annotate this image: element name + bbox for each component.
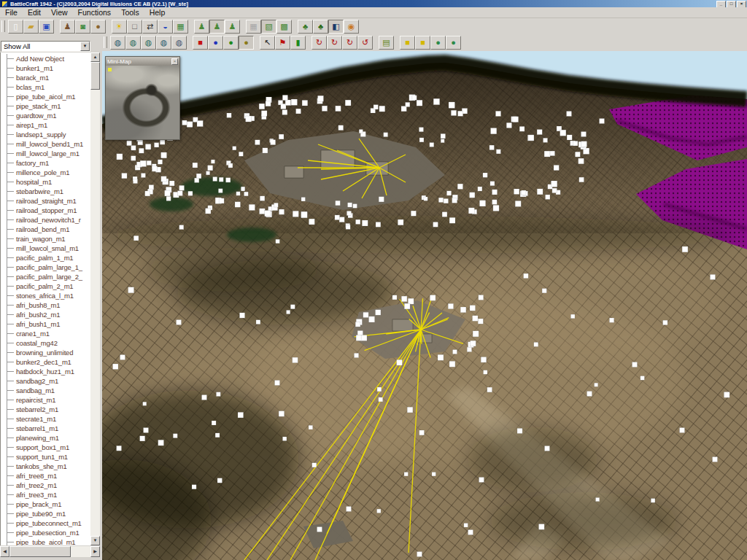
object-list-item[interactable]: pacific_palm_large_2_: [7, 272, 91, 281]
object-list-item[interactable]: pipe_tube90_m1: [7, 509, 91, 518]
player-spawn-2-button[interactable]: ♟: [209, 20, 225, 34]
player-spawn-1-button[interactable]: ♟: [194, 20, 209, 34]
3d-viewport[interactable]: [102, 51, 747, 560]
camera-view-1-button[interactable]: ◍: [110, 36, 125, 50]
minimap-canvas[interactable]: [106, 66, 179, 139]
scroll-up-icon[interactable]: ▲: [90, 52, 100, 62]
flag-red-button[interactable]: ⚑: [275, 36, 290, 50]
object-list-item[interactable]: tankobs_she_m1: [7, 462, 91, 471]
object-list-item[interactable]: browning_unlimited: [7, 348, 91, 357]
rotate-free-button[interactable]: ↺: [357, 36, 373, 50]
object-list-item[interactable]: repaircist_m1: [7, 395, 91, 405]
lock-green-2-button[interactable]: ●: [446, 36, 461, 50]
figure-brown-button[interactable]: ♟: [60, 20, 75, 34]
object-list-item[interactable]: pipe_tubesection_m1: [7, 528, 91, 537]
object-list-item[interactable]: barack_m1: [7, 73, 91, 82]
camera-view-4-button[interactable]: ◍: [156, 36, 171, 50]
camera-view-3-button[interactable]: ◍: [141, 36, 156, 50]
object-list-item[interactable]: pipe_tube_aicol_m1: [7, 537, 91, 545]
object-list-item[interactable]: millence_pole_m1: [7, 168, 91, 177]
bag-brown-button[interactable]: ●: [90, 20, 106, 34]
grid-diagonal-button[interactable]: ▧: [261, 20, 276, 34]
fire-orange-button[interactable]: ◉: [344, 20, 359, 34]
object-list-item[interactable]: planewing_m1: [7, 433, 91, 443]
sun-light-button[interactable]: ☀: [112, 20, 127, 34]
player-spawn-3-button[interactable]: ♟: [225, 20, 240, 34]
scroll-down-icon[interactable]: ▼: [90, 536, 100, 545]
frame-select-button[interactable]: □: [127, 20, 142, 34]
object-list-item[interactable]: pacific_palm_large_1_: [7, 262, 91, 272]
object-list-item[interactable]: mill_lowcol_large_m1: [7, 149, 91, 158]
toolbar-grip-icon[interactable]: [104, 36, 107, 48]
object-list-item[interactable]: afri_bush1_m1: [7, 319, 91, 329]
vscroll-thumb[interactable]: [90, 62, 100, 90]
object-list-item[interactable]: afri_tree2_m1: [7, 481, 91, 490]
object-list-item[interactable]: stones_africa_l_m1: [7, 291, 91, 300]
object-list-hscrollbar[interactable]: ◀ ▶: [0, 546, 100, 557]
object-list-item[interactable]: afri_bush8_m1: [7, 300, 91, 310]
grid-table-button[interactable]: ▦: [173, 20, 188, 34]
object-list-item[interactable]: stebarbwire_m1: [7, 187, 91, 196]
object-list-item[interactable]: guardtow_m1: [7, 111, 91, 120]
scroll-right-icon[interactable]: ▶: [90, 546, 100, 557]
lock-yellow-2-button[interactable]: ■: [415, 36, 430, 50]
object-list-item[interactable]: hospital_m1: [7, 177, 91, 187]
move-arrows-button[interactable]: ⇄: [142, 20, 158, 34]
lock-green-1-button[interactable]: ●: [430, 36, 446, 50]
object-filter-combobox[interactable]: Show All ▼: [1, 41, 90, 52]
night-mode-button[interactable]: ◧: [328, 20, 344, 34]
minimap-titlebar[interactable]: Mini-Map ▫: [106, 57, 179, 66]
menu-functions[interactable]: Functions: [73, 8, 117, 17]
rotate-z-button[interactable]: ↻: [342, 36, 357, 50]
scroll-left-icon[interactable]: ◀: [0, 546, 9, 557]
menu-tools[interactable]: Tools: [116, 8, 144, 17]
new-file-button[interactable]: ▯: [8, 20, 23, 34]
object-list-item[interactable]: sandbag2_m1: [7, 376, 91, 386]
grid-green-button[interactable]: ▩: [276, 20, 292, 34]
menu-help[interactable]: Help: [144, 8, 171, 17]
water-dome-button[interactable]: ◒: [158, 20, 173, 34]
object-list-item[interactable]: pipe_brack_m1: [7, 499, 91, 509]
save-floppy-button[interactable]: ▣: [39, 20, 54, 34]
camera-view-5-button[interactable]: ◍: [171, 36, 187, 50]
object-list-item[interactable]: crane1_m1: [7, 329, 91, 338]
object-list-item[interactable]: airep1_m1: [7, 120, 91, 130]
object-list-item[interactable]: train_wagon_m1: [7, 234, 91, 244]
minimap-restore-icon[interactable]: ▫: [171, 58, 178, 65]
open-folder-button[interactable]: ▰: [23, 20, 39, 34]
object-green-button[interactable]: ●: [223, 36, 239, 50]
lock-yellow-1-button[interactable]: ■: [400, 36, 415, 50]
object-olive-button[interactable]: ●: [239, 36, 254, 50]
object-list-item[interactable]: pipe_stack_m1: [7, 101, 91, 111]
object-list-item[interactable]: afri_tree8_m1: [7, 471, 91, 481]
rotate-y-button[interactable]: ↻: [327, 36, 342, 50]
object-list-item[interactable]: railroad_straight_m1: [7, 196, 91, 206]
object-list-item[interactable]: pacific_palm_1_m1: [7, 253, 91, 262]
combo-dropdown-icon[interactable]: ▼: [80, 42, 90, 51]
object-list-item[interactable]: railroad_newovitch1_r: [7, 215, 91, 225]
object-list-item[interactable]: pipe_tube_aicol_m1: [7, 92, 91, 101]
object-list-item[interactable]: bunker2_dec1_m1: [7, 357, 91, 367]
object-list-vscrollbar[interactable]: ▲ ▼: [90, 52, 100, 545]
object-list-item[interactable]: sandbag_m1: [7, 386, 91, 395]
object-red-button[interactable]: ■: [193, 36, 208, 50]
object-list-item[interactable]: stebarrel2_m1: [7, 405, 91, 414]
hscroll-thumb[interactable]: [9, 546, 71, 557]
object-list-item[interactable]: mill_lowcol_smal_m1: [7, 244, 91, 253]
object-list-item[interactable]: Add New Object: [7, 54, 91, 63]
menu-edit[interactable]: Edit: [23, 8, 46, 17]
object-list-item[interactable]: afri_tree3_m1: [7, 490, 91, 499]
object-list-item[interactable]: hatbdock_huz1_m1: [7, 367, 91, 376]
object-list-item[interactable]: mill_lowcol_bend1_m1: [7, 139, 91, 149]
object-list-item[interactable]: stecrate1_m1: [7, 414, 91, 424]
object-list-item[interactable]: support_box1_m1: [7, 443, 91, 452]
object-list-item[interactable]: pipe_tubeconnect_m1: [7, 518, 91, 528]
object-list-item[interactable]: support_tun1_m1: [7, 452, 91, 462]
cursor-select-button[interactable]: ↖: [260, 36, 275, 50]
menu-file[interactable]: File: [0, 8, 23, 17]
globe-green-button[interactable]: ◙: [75, 20, 90, 34]
object-list-item[interactable]: factory_m1: [7, 158, 91, 168]
grid-light-button[interactable]: ▦: [246, 20, 261, 34]
object-list-item[interactable]: pacific_palm_2_m1: [7, 281, 91, 291]
object-list-item[interactable]: bclas_m1: [7, 82, 91, 92]
